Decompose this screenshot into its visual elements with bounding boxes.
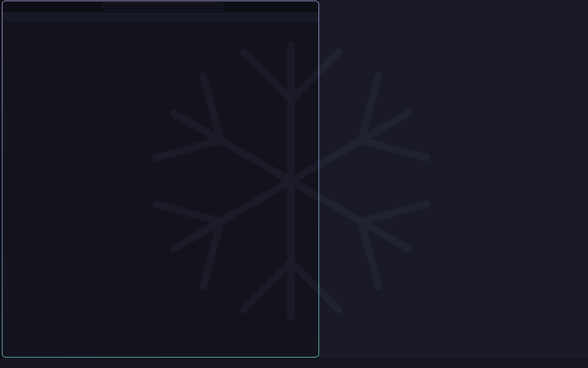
nix-file-icon — [7, 15, 12, 19]
editor-tabbar — [2, 12, 318, 22]
clock-module[interactable] — [292, 361, 299, 366]
terminal-window[interactable] — [319, 0, 588, 358]
search-icon — [160, 5, 164, 9]
clock-icon — [292, 361, 297, 366]
file-search-input[interactable] — [103, 3, 224, 11]
nix-launcher-icon[interactable] — [4, 360, 10, 366]
code-editor-area[interactable] — [2, 22, 318, 357]
editor-titlebar — [2, 1, 318, 12]
editor-window — [2, 1, 319, 358]
editor-logo-icon — [9, 3, 15, 10]
waybar-statusbar — [0, 358, 588, 368]
